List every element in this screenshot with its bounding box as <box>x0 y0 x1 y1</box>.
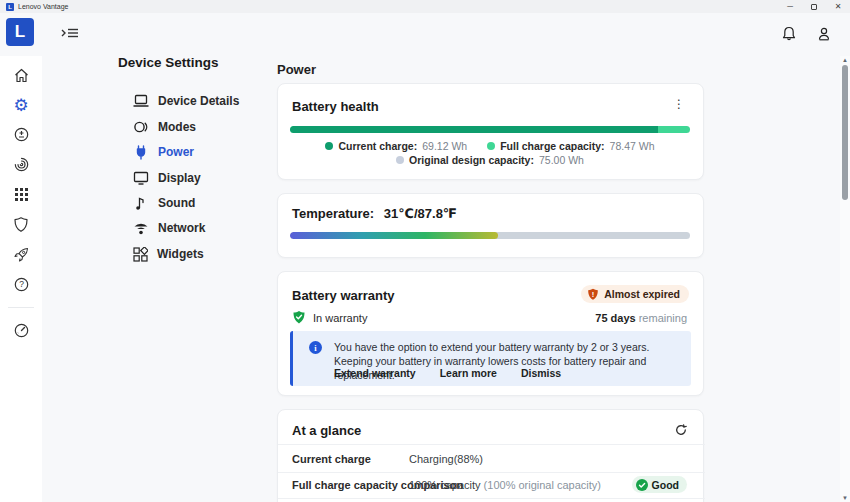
days-suffix: remaining <box>636 312 687 324</box>
sidebar-item-device-details[interactable]: Device Details <box>133 91 239 111</box>
app-header: L <box>0 13 850 56</box>
warning-shield-icon: ! <box>587 288 599 301</box>
temperature-card: Temperature: 31℃/87.8℉ <box>277 193 704 258</box>
lenovo-vantage-window: L Lenovo Vantage ─ ✕ L <box>0 0 850 502</box>
scrollbar-thumb[interactable] <box>842 65 848 200</box>
original-capacity-dot-icon <box>396 156 404 164</box>
sidebar-item-widgets[interactable]: Widgets <box>133 244 204 264</box>
card-title: At a glance <box>292 423 361 438</box>
close-button[interactable]: ✕ <box>826 0 850 13</box>
temperature-value: 31℃/87.8℉ <box>384 206 457 221</box>
legend-current-charge: Current charge: 69.12 Wh <box>325 140 467 152</box>
card-title: Battery health <box>292 99 379 114</box>
sidebar-item-label: Widgets <box>157 247 204 261</box>
sidebar-item-network[interactable]: Network <box>133 218 205 238</box>
row-label: Current charge <box>292 453 371 465</box>
scroll-down-icon[interactable]: ▼ <box>841 495 849 501</box>
plug-icon <box>133 145 149 160</box>
modes-icon <box>133 120 149 134</box>
rail-divider <box>8 307 34 308</box>
full-charge-dot-icon <box>487 142 495 150</box>
home-icon[interactable] <box>12 66 30 84</box>
capacity-original: (100% original capacity) <box>484 479 601 491</box>
wifi-icon <box>133 222 149 235</box>
support-icon[interactable] <box>12 155 30 173</box>
restore-button[interactable] <box>802 0 826 13</box>
music-note-icon <box>133 196 149 211</box>
display-icon <box>133 171 149 185</box>
sidebar-item-modes[interactable]: Modes <box>133 117 196 137</box>
row-divider <box>278 472 705 473</box>
legend-label: Full charge capacity: <box>500 140 604 152</box>
good-badge-label: Good <box>652 479 679 491</box>
sidebar-item-label: Power <box>158 145 194 159</box>
warranty-info-banner: i You have the option to extend your bat… <box>290 331 691 386</box>
battery-health-card: Battery health ⋮ Current charge: 69.12 W… <box>277 83 704 180</box>
sidebar-item-label: Network <box>158 221 205 235</box>
warranty-status-badge: ! Almost expired <box>581 285 689 303</box>
section-heading: Power <box>277 62 316 77</box>
performance-gauge-icon[interactable] <box>12 321 30 339</box>
warranty-status-label: In warranty <box>313 312 367 324</box>
scrollbar[interactable]: ▲ ▼ <box>840 56 850 502</box>
titlebar: L Lenovo Vantage ─ ✕ <box>0 0 850 13</box>
current-charge-dot-icon <box>325 142 333 150</box>
temperature-title: Temperature: <box>292 206 374 221</box>
svg-text:?: ? <box>19 279 24 289</box>
days-count: 75 days <box>595 312 635 324</box>
help-icon[interactable]: ? <box>12 275 30 293</box>
laptop-icon <box>133 94 149 108</box>
row-divider <box>278 444 705 445</box>
battery-health-bar <box>290 126 690 133</box>
minimize-button[interactable]: ─ <box>778 0 802 13</box>
at-a-glance-card: At a glance Current charge Charging(88%)… <box>277 409 704 502</box>
app-logo-small: L <box>6 3 14 11</box>
warranty-status: In warranty <box>292 310 367 325</box>
info-icon: i <box>309 341 322 354</box>
legend-label: Original design capacity: <box>409 154 534 166</box>
svg-text:!: ! <box>592 289 595 298</box>
scroll-up-icon[interactable]: ▲ <box>841 57 849 63</box>
sidebar-item-power[interactable]: Power <box>133 142 194 162</box>
card-title: Battery warranty <box>292 288 395 303</box>
collapse-menu-icon[interactable] <box>61 25 79 41</box>
sidebar-item-sound[interactable]: Sound <box>133 193 195 213</box>
boost-rocket-icon[interactable] <box>12 245 30 263</box>
shield-check-icon <box>292 310 306 325</box>
legend-original-design-capacity: Original design capacity: 75.00 Wh <box>396 154 584 166</box>
sidebar-item-label: Modes <box>158 120 196 134</box>
legend-value: 69.12 Wh <box>422 140 467 152</box>
notifications-bell-icon[interactable] <box>780 25 798 43</box>
updates-icon[interactable] <box>12 125 30 143</box>
apps-grid-icon[interactable] <box>12 185 30 203</box>
legend-value: 78.47 Wh <box>610 140 655 152</box>
page-title: Device Settings <box>118 55 219 70</box>
app-logo[interactable]: L <box>6 18 34 46</box>
legend-value: 75.00 Wh <box>539 154 584 166</box>
security-shield-icon[interactable] <box>12 215 30 233</box>
good-status-badge: Good <box>632 476 687 493</box>
row-value: 100% capacity (100% original capacity) <box>409 479 601 491</box>
legend-label: Current charge: <box>338 140 417 152</box>
battery-current-charge-segment <box>290 126 658 133</box>
refresh-icon[interactable] <box>675 422 687 440</box>
sidebar-item-display[interactable]: Display <box>133 168 201 188</box>
capacity-value: 100% capacity <box>409 479 484 491</box>
settings-gear-icon[interactable]: ⚙ <box>12 96 30 114</box>
learn-more-button[interactable]: Learn more <box>440 367 497 379</box>
legend-full-charge-capacity: Full charge capacity: 78.47 Wh <box>487 140 654 152</box>
restore-icon <box>811 4 817 10</box>
row-divider <box>278 498 705 499</box>
extend-warranty-button[interactable]: Extend warranty <box>334 367 416 379</box>
temperature-label: Temperature: 31℃/87.8℉ <box>292 206 457 221</box>
sidebar-item-label: Display <box>158 171 201 185</box>
dismiss-button[interactable]: Dismiss <box>521 367 561 379</box>
warranty-days-remaining: 75 days remaining <box>595 312 687 324</box>
check-circle-icon <box>636 479 648 491</box>
nav-rail: ⚙ ? <box>0 56 42 502</box>
more-options-icon[interactable]: ⋮ <box>673 98 685 110</box>
sidebar-item-label: Sound <box>158 196 195 210</box>
account-icon[interactable] <box>815 25 833 43</box>
temperature-bar <box>290 232 690 239</box>
battery-warranty-card: Battery warranty ! Almost expired In war… <box>277 271 704 396</box>
